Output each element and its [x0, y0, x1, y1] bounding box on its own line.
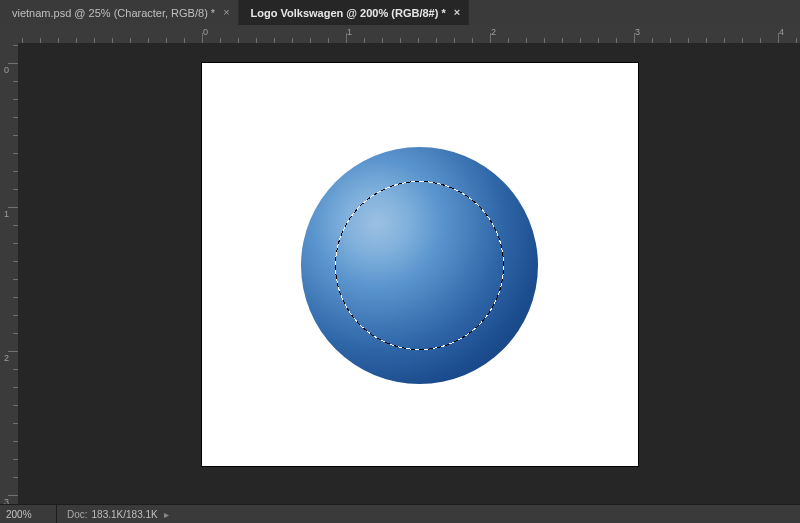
gradient-fill-circle [301, 147, 538, 384]
doc-size-value: 183.1K/183.1K [92, 509, 158, 520]
ruler-label: 1 [347, 27, 352, 37]
tab-label: Logo Volkswagen @ 200% (RGB/8#) * [251, 7, 446, 19]
document-tab-bar: vietnam.psd @ 25% (Character, RGB/8) * ×… [0, 0, 800, 26]
ruler-label: 0 [203, 27, 208, 37]
ruler-vertical[interactable]: 0123 [0, 43, 19, 505]
zoom-level-field[interactable]: 200% [0, 505, 57, 523]
close-icon[interactable]: × [223, 7, 229, 18]
ruler-label: 0 [4, 65, 9, 75]
ruler-horizontal[interactable]: 012345 [18, 25, 800, 44]
ruler-label: 4 [779, 27, 784, 37]
document-size-field[interactable]: Doc: 183.1K/183.1K ▸ [57, 505, 179, 523]
canvas-viewport[interactable] [18, 43, 800, 505]
chevron-right-icon[interactable]: ▸ [164, 509, 169, 520]
ruler-origin-box[interactable] [0, 25, 19, 44]
status-bar: 200% Doc: 183.1K/183.1K ▸ [0, 504, 800, 523]
close-icon[interactable]: × [454, 7, 460, 18]
document-canvas[interactable] [202, 63, 638, 466]
document-tab-logo-volkswagen[interactable]: Logo Volkswagen @ 200% (RGB/8#) * × [239, 0, 470, 25]
ruler-label: 2 [4, 353, 9, 363]
zoom-value: 200% [6, 509, 32, 520]
ruler-label: 1 [4, 209, 9, 219]
tab-label: vietnam.psd @ 25% (Character, RGB/8) * [12, 7, 215, 19]
document-tab-vietnam[interactable]: vietnam.psd @ 25% (Character, RGB/8) * × [0, 0, 239, 25]
ruler-label: 3 [635, 27, 640, 37]
doc-size-label: Doc: [67, 509, 88, 520]
workspace: 012345 0123 [0, 25, 800, 505]
ruler-label: 2 [491, 27, 496, 37]
